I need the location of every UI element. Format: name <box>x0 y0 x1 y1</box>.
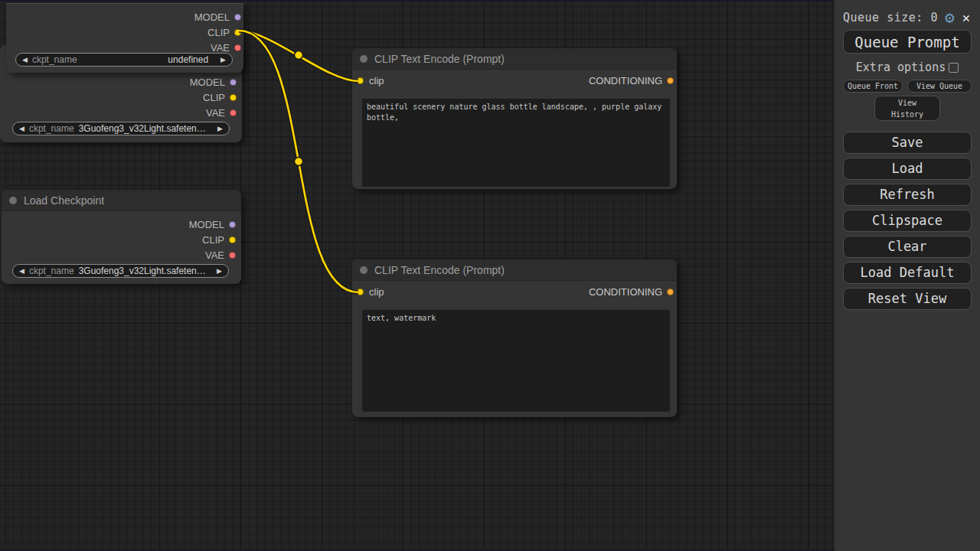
canvas-boundary-top <box>0 0 835 2</box>
input-label-clip: clip <box>369 286 384 298</box>
refresh-button[interactable]: Refresh <box>843 184 972 206</box>
clip-input-dot[interactable] <box>357 289 364 295</box>
prompt-textarea[interactable]: text, watermark <box>361 309 671 412</box>
conditioning-output-dot[interactable] <box>667 77 674 84</box>
clip-output-dot[interactable] <box>234 29 241 36</box>
node-title: CLIP Text Encode (Prompt) <box>374 264 505 276</box>
queue-size-label: Queue size: 0 <box>843 11 945 24</box>
node-load-checkpoint[interactable]: Load Checkpoint MODEL CLIP VAE ◀ ckpt_na… <box>2 190 241 284</box>
model-output-dot[interactable] <box>229 221 236 228</box>
widget-label: ckpt_name <box>32 54 77 65</box>
ckpt-name-widget[interactable]: ◀ ckpt_name 3Guofeng3_v32Light.safeten… … <box>12 122 230 135</box>
collapse-dot-icon[interactable] <box>360 55 368 63</box>
node-load-checkpoint-top[interactable]: MODEL CLIP VAE ◀ ckpt_name undefined ▶ <box>6 3 243 73</box>
output-label-clip: CLIP <box>202 234 224 246</box>
widget-value: undefined <box>168 54 208 65</box>
node-title-bar[interactable]: Load Checkpoint <box>2 190 241 211</box>
output-label-vae: VAE <box>211 42 230 54</box>
link-midpoint-dot[interactable] <box>295 51 303 60</box>
ckpt-name-widget[interactable]: ◀ ckpt_name undefined ▶ <box>15 53 233 67</box>
output-label-vae: VAE <box>205 249 224 261</box>
node-clip-text-encode-negative[interactable]: CLIP Text Encode (Prompt) clip CONDITION… <box>352 259 677 417</box>
wire-clip-to-negative-outline <box>239 31 358 292</box>
output-label-vae: VAE <box>206 107 225 119</box>
output-label-model: MODEL <box>190 77 225 88</box>
ckpt-name-widget[interactable]: ◀ ckpt_name 3Guofeng3_v32Light.safeten… … <box>12 264 229 278</box>
node-title: CLIP Text Encode (Prompt) <box>374 53 505 65</box>
widget-value: 3Guofeng3_v32Light.safeten… <box>79 123 206 134</box>
conditioning-output-dot[interactable] <box>667 289 674 295</box>
node-title: Load Checkpoint <box>24 194 104 207</box>
comfy-menu-panel: Queue size: 0 ⚙ ✕ Queue Prompt Extra opt… <box>835 0 980 551</box>
vae-output-dot[interactable] <box>234 44 241 51</box>
widget-next-icon[interactable]: ▶ <box>220 57 226 64</box>
node-title-bar[interactable]: CLIP Text Encode (Prompt) <box>352 259 677 281</box>
model-output-dot[interactable] <box>234 14 241 21</box>
close-icon[interactable]: ✕ <box>962 11 970 24</box>
collapse-dot-icon[interactable] <box>9 197 17 204</box>
vae-output-dot[interactable] <box>229 252 236 259</box>
clip-output-dot[interactable] <box>229 236 236 243</box>
queue-prompt-button[interactable]: Queue Prompt <box>843 30 972 54</box>
wire-clip-to-positive-outline <box>239 31 358 81</box>
wire-clip-to-negative <box>239 31 358 292</box>
output-label-conditioning: CONDITIONING <box>589 286 662 298</box>
wire-clip-to-positive <box>239 31 358 81</box>
extra-options-label: Extra options <box>856 60 946 74</box>
vae-output-dot[interactable] <box>230 109 237 116</box>
load-default-button[interactable]: Load Default <box>843 262 972 284</box>
extra-options-checkbox[interactable] <box>949 63 959 73</box>
queue-count: 0 <box>930 11 938 24</box>
collapse-dot-icon[interactable] <box>360 266 368 274</box>
clip-output-dot[interactable] <box>230 94 237 101</box>
clear-button[interactable]: Clear <box>843 236 972 258</box>
load-button[interactable]: Load <box>843 158 972 180</box>
prompt-textarea[interactable]: beautiful scenery nature glass bottle la… <box>361 98 671 187</box>
output-label-model: MODEL <box>189 219 224 230</box>
widget-next-icon[interactable]: ▶ <box>217 268 222 275</box>
widget-value: 3Guofeng3_v32Light.safeten… <box>79 266 206 276</box>
clip-input-dot[interactable] <box>357 77 364 84</box>
link-midpoint-dot[interactable] <box>295 158 303 166</box>
reset-view-button[interactable]: Reset View <box>843 288 972 310</box>
widget-prev-icon[interactable]: ◀ <box>19 268 24 275</box>
widget-label: ckpt_name <box>29 123 74 134</box>
widget-next-icon[interactable]: ▶ <box>217 126 223 132</box>
view-queue-button[interactable]: View Queue <box>907 80 972 93</box>
queue-front-button[interactable]: Queue Front <box>843 80 903 93</box>
save-button[interactable]: Save <box>843 132 972 154</box>
clipspace-button[interactable]: Clipspace <box>843 210 972 232</box>
output-label-clip: CLIP <box>203 92 225 103</box>
node-clip-text-encode-positive[interactable]: CLIP Text Encode (Prompt) clip CONDITION… <box>352 48 677 189</box>
widget-prev-icon[interactable]: ◀ <box>19 126 24 132</box>
model-output-dot[interactable] <box>230 79 237 86</box>
output-label-clip: CLIP <box>207 27 230 38</box>
widget-prev-icon[interactable]: ◀ <box>22 57 28 64</box>
node-title-bar[interactable]: CLIP Text Encode (Prompt) <box>352 48 677 70</box>
settings-gear-icon[interactable]: ⚙ <box>945 10 955 26</box>
output-label-model: MODEL <box>194 11 230 23</box>
input-label-clip: clip <box>369 75 384 86</box>
output-label-conditioning: CONDITIONING <box>589 75 662 86</box>
graph-canvas[interactable]: MODEL CLIP VAE ◀ ckpt_name 3Guofeng3_v32… <box>0 0 835 551</box>
view-history-button[interactable]: View History <box>874 96 940 121</box>
widget-label: ckpt_name <box>29 266 74 276</box>
